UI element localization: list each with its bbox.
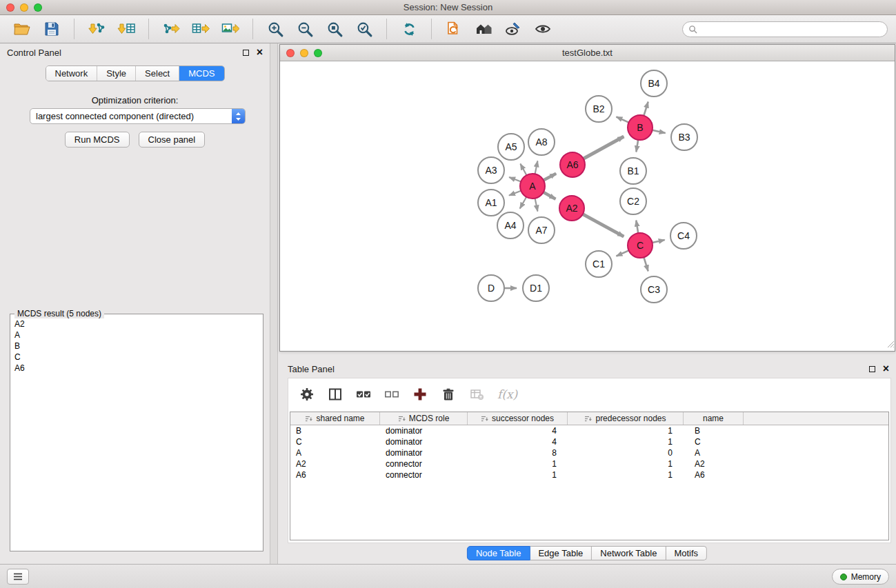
graph-node-A5[interactable]: A5 (498, 134, 524, 160)
graph-edge-C-C4[interactable] (653, 240, 665, 243)
close-panel-icon[interactable]: × (257, 48, 263, 57)
resize-grip[interactable] (886, 338, 895, 351)
zoom-in-button[interactable] (261, 17, 289, 41)
graph-node-C[interactable]: C (628, 233, 653, 258)
search-input[interactable] (701, 24, 882, 34)
table-row[interactable]: Bdominator41B (290, 425, 888, 436)
graph-node-A8[interactable]: A8 (528, 129, 555, 155)
tab-edge-table[interactable]: Edge Table (530, 546, 592, 560)
graph-edge-B-B2[interactable] (617, 116, 629, 122)
graph-node-B3[interactable]: B3 (671, 124, 697, 150)
graph-node-D[interactable]: D (478, 275, 504, 301)
export-table-button[interactable] (187, 17, 215, 41)
graph-edge-A-A3[interactable] (509, 177, 521, 182)
graph-edge-A-A6[interactable] (544, 174, 556, 181)
network-window-titlebar[interactable]: testGlobe.txt (280, 45, 895, 61)
tab-mcds[interactable]: MCDS (179, 66, 223, 81)
graph-edge-B-B1[interactable] (636, 140, 638, 152)
tab-network[interactable]: Network (46, 66, 97, 81)
panel-divider[interactable] (270, 43, 278, 564)
graph-edge-A-A8[interactable] (535, 161, 538, 174)
graph-node-A6[interactable]: A6 (560, 152, 585, 177)
import-table-button[interactable] (112, 17, 140, 41)
graph-node-B[interactable]: B (628, 115, 653, 140)
graph-edge-A-A2[interactable] (544, 192, 556, 199)
zoom-out-button[interactable] (291, 17, 319, 41)
home-button[interactable] (470, 17, 497, 41)
table-row[interactable]: Cdominator41C (290, 436, 888, 447)
export-image-button[interactable] (217, 17, 244, 41)
graph-node-A3[interactable]: A3 (478, 157, 504, 183)
zoom-window-button[interactable] (34, 3, 42, 12)
close-panel-button[interactable]: Close panel (139, 132, 206, 148)
tab-select[interactable]: Select (136, 66, 179, 81)
table-row[interactable]: Adominator80A (290, 447, 888, 458)
graph-node-B1[interactable]: B1 (620, 158, 646, 184)
run-mcds-button[interactable]: Run MCDS (65, 132, 130, 148)
tab-motifs[interactable]: Motifs (666, 546, 707, 560)
graph-edge-A-A5[interactable] (520, 164, 526, 176)
column-header-predecessor-nodes[interactable]: predecessor nodes (568, 412, 684, 425)
create-column-button[interactable] (410, 384, 430, 405)
mcds-result-item[interactable]: A2 (14, 318, 259, 330)
close-window-button[interactable] (6, 3, 14, 12)
criterion-dropdown[interactable]: largest connected component (directed) (30, 108, 246, 124)
toolbar-search[interactable] (682, 21, 888, 37)
graph-edge-C-C2[interactable] (636, 221, 638, 234)
column-header-successor-nodes[interactable]: successor nodes (468, 412, 568, 425)
graph-node-D1[interactable]: D1 (523, 275, 549, 301)
close-table-panel-icon[interactable]: × (883, 365, 889, 373)
graph-node-C3[interactable]: C3 (641, 276, 667, 303)
graph-node-A1[interactable]: A1 (478, 190, 504, 216)
zoom-fit-button[interactable] (321, 17, 348, 41)
graph-node-A7[interactable]: A7 (528, 217, 555, 243)
column-header-name[interactable]: name (684, 412, 744, 425)
table-row[interactable]: A6connector11A6 (290, 469, 888, 480)
graph-edge-C-C3[interactable] (644, 257, 648, 271)
graph-node-B4[interactable]: B4 (641, 70, 667, 97)
graph-node-C2[interactable]: C2 (620, 188, 646, 214)
save-session-button[interactable] (38, 17, 66, 41)
session-from-url-button[interactable] (440, 17, 468, 41)
float-panel-icon[interactable] (243, 50, 249, 56)
minimize-window-button[interactable] (20, 3, 28, 12)
deselect-all-button[interactable] (381, 384, 402, 405)
tab-network-table[interactable]: Network Table (592, 546, 666, 560)
zoom-selected-button[interactable] (350, 17, 378, 41)
delete-column-button[interactable] (438, 384, 459, 405)
export-network-button[interactable] (157, 17, 185, 41)
select-all-button[interactable] (353, 384, 374, 405)
graph-edge-A2-C[interactable] (583, 214, 624, 236)
graph-edge-C-C1[interactable] (617, 250, 629, 256)
tab-node-table[interactable]: Node Table (467, 546, 530, 560)
show-columns-button[interactable] (325, 384, 346, 405)
mcds-result-item[interactable]: C (14, 352, 259, 363)
mcds-result-item[interactable]: A6 (14, 363, 259, 374)
task-history-button[interactable] (7, 569, 29, 585)
memory-button[interactable]: Memory (832, 569, 889, 585)
graph-node-A4[interactable]: A4 (497, 212, 524, 239)
graph-node-C1[interactable]: C1 (586, 251, 612, 277)
graph-edge-A-A1[interactable] (509, 191, 521, 196)
graphics-details-button[interactable] (499, 17, 527, 41)
float-table-panel-icon[interactable] (869, 366, 875, 372)
graph-node-A[interactable]: A (520, 174, 545, 199)
graph-edge-A6-B[interactable] (584, 136, 624, 159)
tab-style[interactable]: Style (97, 66, 136, 81)
graph-node-B2[interactable]: B2 (586, 96, 612, 122)
import-network-button[interactable] (83, 17, 110, 41)
graph-edge-A-A7[interactable] (535, 199, 538, 212)
graph-node-A2[interactable]: A2 (559, 196, 584, 221)
graph-edge-B-B4[interactable] (644, 102, 648, 116)
table-settings-button[interactable] (297, 384, 317, 405)
mcds-result-item[interactable]: B (14, 341, 259, 352)
graph-node-C4[interactable]: C4 (670, 223, 697, 249)
column-header-shared-name[interactable]: shared name (290, 412, 380, 425)
table-row[interactable]: A2connector11A2 (290, 458, 888, 469)
graph-edge-A-A4[interactable] (520, 197, 526, 209)
network-overview-button[interactable] (529, 17, 557, 41)
mcds-result-item[interactable]: A (14, 330, 259, 341)
network-canvas[interactable]: B4B2BB3A5A8A6A3B1AC2A1A2A4A7C4CC1DD1C3 (280, 61, 895, 351)
column-header-mcds-role[interactable]: MCDS role (380, 412, 468, 425)
open-session-button[interactable] (8, 17, 36, 41)
